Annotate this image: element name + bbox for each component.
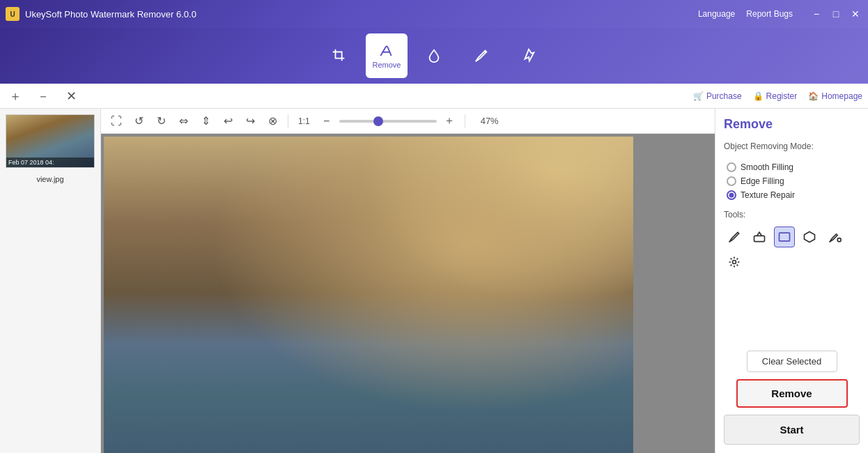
- canvas-image-background: [104, 137, 633, 453]
- canvas-area: ⛶ ↺ ↻ ⇔ ⇕ ↩ ↪ ⊗ 1:1 − ＋ 47%: [101, 109, 715, 453]
- title-bar: U UkeySoft Photo Watermark Remover 6.0.0…: [0, 0, 868, 28]
- spacer: [724, 279, 860, 344]
- file-name: view.jpg: [0, 174, 100, 185]
- edge-filling-radio[interactable]: [727, 176, 736, 186]
- app-header-left: ＋ － ✕: [6, 88, 81, 105]
- lock-icon: 🔒: [753, 91, 764, 101]
- texture-repair-option[interactable]: Texture Repair: [727, 190, 860, 200]
- redo-button[interactable]: ↪: [240, 113, 260, 129]
- main-toolbar: Remove: [0, 28, 868, 84]
- canvas-toolbar: ⛶ ↺ ↻ ⇔ ⇕ ↩ ↪ ⊗ 1:1 − ＋ 47%: [101, 109, 715, 134]
- smooth-filling-radio[interactable]: [727, 162, 736, 172]
- zoom-slider-container: [339, 120, 437, 123]
- rectangle-tool-button[interactable]: [774, 227, 795, 247]
- zoom-track: [339, 120, 437, 123]
- canvas-view[interactable]: [101, 134, 715, 453]
- app-header-right: 🛒 Purchase 🔒 Register 🏠 Homepage: [693, 91, 862, 101]
- cart-icon: 🛒: [693, 91, 704, 101]
- minimize-button[interactable]: −: [809, 8, 823, 20]
- eraser-tool-button[interactable]: [749, 227, 770, 247]
- home-icon: 🏠: [808, 91, 819, 101]
- svg-line-0: [485, 52, 486, 53]
- zoom-thumb[interactable]: [373, 116, 383, 126]
- smooth-filling-label: Smooth Filling: [741, 162, 793, 172]
- edge-filling-option[interactable]: Edge Filling: [727, 176, 860, 186]
- tools-row: [724, 227, 860, 272]
- window-controls: − □ ✕: [809, 8, 862, 20]
- zoom-out-button[interactable]: −: [317, 114, 336, 129]
- flip-horizontal-button[interactable]: ⇔: [173, 113, 193, 129]
- zoom-in-button[interactable]: ＋: [440, 112, 459, 130]
- zoom-percent: 47%: [471, 116, 499, 126]
- lasso-tool-button[interactable]: [799, 227, 820, 247]
- brush-tool-button[interactable]: [460, 33, 502, 78]
- homepage-link[interactable]: 🏠 Homepage: [808, 91, 862, 101]
- svg-point-4: [837, 238, 841, 242]
- ai-tool-button[interactable]: [724, 252, 745, 272]
- texture-repair-radio[interactable]: [727, 190, 736, 200]
- remove-button[interactable]: Remove: [736, 379, 848, 408]
- object-removing-mode-label: Object Removing Mode:: [724, 141, 860, 151]
- zoom-1to1-button[interactable]: 1:1: [294, 115, 314, 128]
- subtract-button[interactable]: －: [33, 88, 53, 105]
- clear-selected-button[interactable]: Clear Selected: [747, 351, 837, 372]
- title-bar-right: Language Report Bugs − □ ✕: [698, 8, 862, 20]
- start-button[interactable]: Start: [724, 415, 860, 445]
- crop-tool-button[interactable]: [318, 33, 360, 78]
- pin-tool-button[interactable]: [508, 33, 550, 78]
- pen-tool-button[interactable]: [724, 227, 745, 247]
- file-date: Feb 07 2018 04:: [6, 158, 94, 167]
- register-link[interactable]: 🔒 Register: [753, 91, 798, 101]
- smooth-filling-option[interactable]: Smooth Filling: [727, 162, 860, 172]
- remove-tool-button[interactable]: Remove: [366, 33, 408, 78]
- purchase-link[interactable]: 🛒 Purchase: [693, 91, 742, 101]
- undo-button[interactable]: ↩: [218, 113, 238, 129]
- close-file-button[interactable]: ✕: [61, 89, 81, 104]
- title-bar-left: U UkeySoft Photo Watermark Remover 6.0.0: [6, 7, 196, 21]
- divider: [288, 114, 288, 128]
- app-logo: U: [6, 7, 20, 21]
- clear-canvas-button[interactable]: ⊗: [263, 113, 282, 129]
- file-thumbnail[interactable]: Feb 07 2018 04:: [6, 114, 95, 168]
- divider2: [465, 114, 465, 128]
- rotate-left-slow-button[interactable]: ↺: [129, 113, 148, 129]
- language-link[interactable]: Language: [698, 9, 735, 19]
- add-button[interactable]: ＋: [6, 88, 25, 105]
- file-panel: Feb 07 2018 04: view.jpg: [0, 109, 101, 453]
- remove-tool-label: Remove: [373, 61, 401, 69]
- svg-point-5: [733, 261, 736, 264]
- tools-label: Tools:: [724, 210, 860, 220]
- panel-title: Remove: [724, 117, 860, 132]
- maximize-button[interactable]: □: [829, 8, 843, 20]
- paint-bucket-tool-button[interactable]: [824, 227, 845, 247]
- mode-radio-group: Smooth Filling Edge Filling Texture Repa…: [724, 162, 860, 200]
- right-panel: Remove Object Removing Mode: Smooth Fill…: [715, 109, 868, 453]
- canvas-image: [104, 137, 633, 453]
- svg-rect-1: [754, 236, 765, 241]
- transform-tool-button[interactable]: ⛶: [107, 114, 126, 129]
- edge-filling-label: Edge Filling: [741, 176, 784, 186]
- app-title: UkeySoft Photo Watermark Remover 6.0.0: [25, 9, 196, 20]
- flip-vertical-button[interactable]: ⇕: [196, 113, 215, 129]
- fill-tool-button[interactable]: [413, 33, 455, 78]
- svg-rect-2: [780, 233, 790, 241]
- rotate-right-slow-button[interactable]: ↻: [151, 113, 171, 129]
- report-bugs-link[interactable]: Report Bugs: [746, 9, 793, 19]
- app-header: ＋ － ✕ 🛒 Purchase 🔒 Register 🏠 Homepage: [0, 84, 868, 109]
- svg-marker-3: [805, 232, 815, 243]
- close-button[interactable]: ✕: [848, 8, 862, 20]
- main-content: Feb 07 2018 04: view.jpg ⛶ ↺ ↻ ⇔ ⇕ ↩ ↪ ⊗…: [0, 109, 868, 453]
- texture-repair-label: Texture Repair: [741, 190, 795, 200]
